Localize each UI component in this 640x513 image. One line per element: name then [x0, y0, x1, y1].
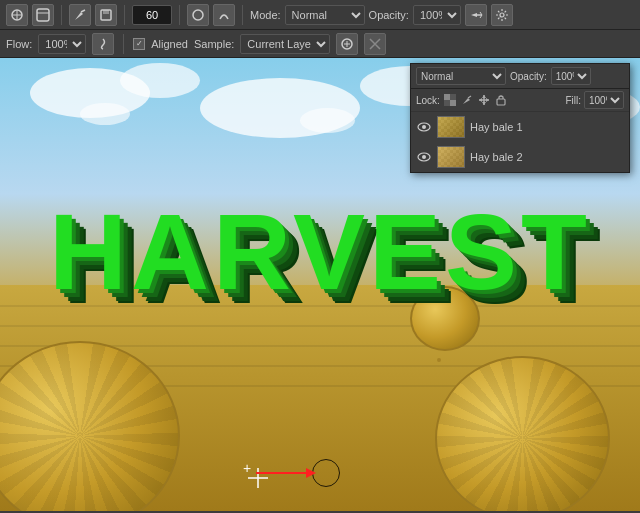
- settings-icon[interactable]: [491, 4, 513, 26]
- svg-marker-24: [479, 98, 482, 102]
- svg-point-9: [500, 13, 504, 17]
- lock-label: Lock:: [416, 95, 440, 106]
- sep1: [61, 5, 62, 25]
- layer-item-2[interactable]: Hay bale 2: [411, 142, 629, 172]
- layer1-visibility-icon[interactable]: [416, 119, 432, 135]
- cloud-7: [80, 103, 130, 125]
- layer1-name: Hay bale 1: [470, 121, 523, 133]
- tool-options[interactable]: [32, 4, 54, 26]
- lock-lock-icon[interactable]: [494, 93, 508, 107]
- fill-label: Fill:: [565, 95, 581, 106]
- svg-line-21: [468, 96, 471, 98]
- layers-blend-dropdown[interactable]: Normal: [416, 67, 506, 85]
- lock-checkerboard-icon[interactable]: [443, 93, 457, 107]
- svg-rect-20: [444, 100, 450, 106]
- flow-label: Flow:: [6, 38, 32, 50]
- field-stripe-2: [0, 325, 640, 327]
- layers-lock-row: Lock: Fill: 100%: [411, 89, 629, 112]
- lock-brush-icon[interactable]: [460, 93, 474, 107]
- sample-icon[interactable]: [336, 33, 358, 55]
- canvas-area: HARVEST Normal Opacity: 100%: [0, 58, 640, 511]
- layer-item-1[interactable]: Hay bale 1: [411, 112, 629, 142]
- svg-marker-25: [486, 98, 489, 102]
- layer2-name: Hay bale 2: [470, 151, 523, 163]
- tool-save[interactable]: [95, 4, 117, 26]
- harvest-text: HARVEST: [0, 198, 640, 306]
- toolbar-top: 60 Mode: Normal Opacity: 100%: [0, 0, 640, 30]
- aligned-checkbox[interactable]: ✓: [133, 38, 145, 50]
- sep5: [123, 34, 124, 54]
- sample-label: Sample:: [194, 38, 234, 50]
- layers-blend-row: Normal Opacity: 100%: [411, 64, 629, 89]
- svg-marker-23: [482, 102, 486, 105]
- mode-dropdown[interactable]: Normal: [285, 5, 365, 25]
- cloud-2: [120, 63, 200, 98]
- toolbar-second: Flow: 100% ✓ Aligned Sample: Current Lay…: [0, 30, 640, 58]
- flow-dropdown[interactable]: 100%: [38, 34, 86, 54]
- svg-rect-17: [444, 94, 450, 100]
- svg-point-8: [193, 10, 203, 20]
- hay-bale-right: [435, 356, 610, 511]
- opacity-label: Opacity:: [369, 9, 409, 21]
- sep4: [242, 5, 243, 25]
- layers-opacity-dropdown[interactable]: 100%: [551, 67, 591, 85]
- svg-marker-22: [482, 95, 486, 98]
- sample-dropdown[interactable]: Current Layer: [240, 34, 330, 54]
- tool-brush-2[interactable]: [69, 4, 91, 26]
- fill-dropdown[interactable]: 100%: [584, 91, 624, 109]
- lock-move-icon[interactable]: [477, 93, 491, 107]
- svg-rect-3: [37, 9, 49, 21]
- ignore-adjustments-icon[interactable]: [364, 33, 386, 55]
- opacity-dropdown[interactable]: 100%: [413, 5, 461, 25]
- svg-rect-7: [103, 10, 109, 14]
- brush-shape-icon[interactable]: [187, 4, 209, 26]
- svg-marker-16: [306, 468, 316, 478]
- cloud-8: [300, 108, 355, 133]
- red-arrow: [256, 466, 316, 480]
- layer2-visibility-icon[interactable]: [416, 149, 432, 165]
- svg-line-5: [81, 10, 85, 12]
- layers-opacity-label: Opacity:: [510, 71, 547, 82]
- layers-panel: Normal Opacity: 100% Lock: Fill:: [410, 63, 630, 173]
- aligned-label: Aligned: [151, 38, 188, 50]
- brush-size-input[interactable]: 60: [132, 5, 172, 25]
- layer2-thumbnail: [437, 146, 465, 168]
- flow-icon[interactable]: [92, 33, 114, 55]
- layer1-thumbnail: [437, 116, 465, 138]
- sep3: [179, 5, 180, 25]
- brush-type-icon[interactable]: [213, 4, 235, 26]
- tool-clone-stamp[interactable]: [6, 4, 28, 26]
- svg-rect-18: [450, 100, 456, 106]
- mode-label: Mode:: [250, 9, 281, 21]
- airbrush-icon[interactable]: [465, 4, 487, 26]
- sep2: [124, 5, 125, 25]
- cursor-clone-circle: [312, 459, 340, 487]
- svg-point-28: [422, 125, 426, 129]
- svg-point-30: [422, 155, 426, 159]
- svg-rect-19: [450, 94, 456, 100]
- svg-rect-26: [497, 99, 505, 105]
